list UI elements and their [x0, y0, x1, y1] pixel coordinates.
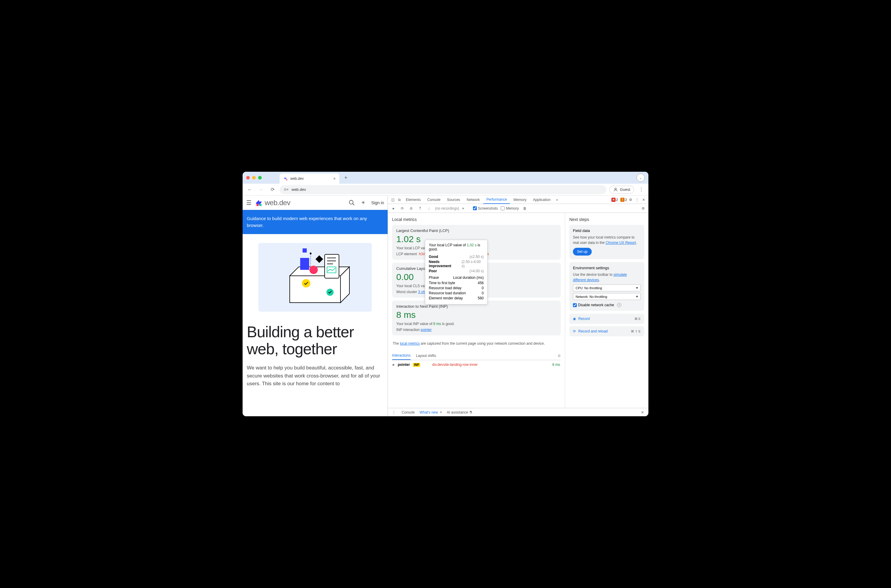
- gc-icon[interactable]: 🗑: [522, 206, 528, 212]
- record-action[interactable]: ◉ Record ⌘ E: [569, 314, 644, 324]
- window-titlebar: web.dev × + ⌄: [243, 172, 648, 184]
- url-text: web.dev: [291, 187, 306, 192]
- tab-application[interactable]: Application: [530, 196, 553, 204]
- favicon-icon: [283, 176, 288, 181]
- tab-memory[interactable]: Memory: [511, 196, 529, 204]
- record-icon[interactable]: ●: [390, 206, 396, 212]
- tab-sources[interactable]: Sources: [444, 196, 463, 204]
- back-button[interactable]: ←: [246, 186, 254, 194]
- more-tabs-icon[interactable]: »: [554, 197, 560, 203]
- minimize-window-button[interactable]: [252, 176, 256, 180]
- svg-point-11: [310, 252, 311, 254]
- drawer-whatsnew[interactable]: What's new: [419, 410, 438, 414]
- inspect-icon[interactable]: ◫: [390, 197, 396, 203]
- banner-text: Guidance to build modern web experiences…: [243, 210, 388, 234]
- webdev-logo-icon: [255, 199, 263, 207]
- site-info-icon[interactable]: ⊙≡: [283, 187, 289, 193]
- clear-icon[interactable]: ⊘: [408, 206, 414, 212]
- devtools-menu-icon[interactable]: ⋮: [634, 197, 640, 203]
- close-window-button[interactable]: [246, 176, 250, 180]
- forward-button[interactable]: →: [257, 186, 265, 194]
- settings-icon[interactable]: ⚙: [628, 197, 634, 203]
- sub-tab-interactions[interactable]: Interactions: [392, 351, 410, 360]
- tab-elements[interactable]: Elements: [403, 196, 424, 204]
- help-icon[interactable]: ?: [617, 303, 621, 307]
- person-icon: [613, 187, 618, 192]
- cpu-throttle-select[interactable]: CPU: No throttling▾: [573, 285, 641, 291]
- url-input[interactable]: ⊙≡ web.dev: [279, 185, 606, 194]
- svg-point-4: [349, 200, 353, 204]
- dropdown-icon[interactable]: ▾: [462, 206, 464, 210]
- sub-tab-layout-shifts[interactable]: Layout shifts: [416, 352, 436, 360]
- crux-link[interactable]: Chrome UX Report: [606, 241, 636, 245]
- search-icon[interactable]: [349, 200, 355, 206]
- address-bar: ← → ⟳ ⊙≡ web.dev Guest ⋮: [243, 184, 648, 196]
- new-tab-button[interactable]: +: [342, 175, 350, 181]
- drawer-close-icon[interactable]: ✕: [639, 410, 645, 416]
- svg-rect-9: [300, 258, 309, 270]
- hero-subtitle: We want to help you build beautiful, acc…: [243, 360, 388, 391]
- svg-point-20: [302, 279, 310, 288]
- reload-record-icon[interactable]: ⟳: [399, 206, 405, 212]
- svg-point-3: [256, 204, 259, 206]
- browser-tab[interactable]: web.dev ×: [279, 174, 339, 184]
- svg-rect-10: [303, 248, 307, 252]
- drawer-ai[interactable]: AI assistance ⚗: [447, 410, 472, 414]
- recordings-dropdown[interactable]: (no recordings): [435, 206, 459, 210]
- svg-point-2: [259, 204, 262, 206]
- metrics-note: The local metrics are captured from the …: [392, 338, 561, 349]
- perf-settings-icon[interactable]: ⚙: [640, 206, 646, 212]
- device-toolbar-icon[interactable]: ⧉: [396, 197, 402, 203]
- record-dot-icon: ◉: [573, 316, 576, 321]
- hamburger-icon[interactable]: ☰: [246, 199, 252, 206]
- memory-checkbox[interactable]: Memory: [501, 206, 518, 210]
- maximize-window-button[interactable]: [258, 176, 262, 180]
- tab-network[interactable]: Network: [464, 196, 483, 204]
- profile-chip[interactable]: Guest: [609, 186, 634, 194]
- svg-point-14: [310, 266, 318, 274]
- expand-icon[interactable]: ▶: [393, 363, 395, 366]
- tab-performance[interactable]: Performance: [484, 196, 510, 204]
- disable-cache-checkbox[interactable]: Disable network cache?: [573, 303, 641, 307]
- inp-card: Interaction to Next Paint (INP) 8 ms You…: [392, 300, 561, 336]
- reload-button[interactable]: ⟳: [268, 186, 276, 194]
- tabs-dropdown-button[interactable]: ⌄: [637, 174, 645, 182]
- close-whatsnew-icon[interactable]: ×: [440, 410, 442, 414]
- lcp-tooltip: Your local LCP value of 1.02 s is good. …: [425, 240, 488, 304]
- svg-point-0: [286, 179, 287, 180]
- next-steps-title: Next steps: [569, 217, 644, 222]
- close-tab-icon[interactable]: ×: [333, 176, 336, 181]
- network-throttle-select[interactable]: Network: No throttling▾: [573, 293, 641, 300]
- inp-value: 8 ms: [396, 310, 556, 320]
- error-badge[interactable]: ✕2: [612, 198, 618, 202]
- hero-illustration: [243, 234, 388, 321]
- local-metrics-title: Local metrics: [392, 217, 561, 222]
- warning-badge[interactable]: !2: [621, 198, 627, 202]
- site-logo[interactable]: web.dev: [255, 199, 290, 207]
- download-icon[interactable]: ⤓: [426, 206, 432, 212]
- hero-title: Building a better web, together: [243, 321, 388, 360]
- signin-link[interactable]: Sign in: [371, 200, 384, 205]
- inp-interaction-link[interactable]: pointer: [421, 328, 432, 332]
- env-settings-card: Environment settings Use the device tool…: [569, 262, 644, 311]
- devtools-panel: ◫ ⧉ Elements Console Sources Network Per…: [388, 196, 648, 416]
- screenshots-checkbox[interactable]: Screenshots: [473, 206, 498, 210]
- svg-marker-7: [290, 267, 349, 276]
- svg-point-1: [615, 188, 616, 189]
- local-metrics-link[interactable]: local metrics: [400, 341, 420, 346]
- browser-menu-icon[interactable]: ⋮: [637, 186, 645, 194]
- drawer-console[interactable]: Console: [402, 410, 415, 414]
- setup-button[interactable]: Set up: [573, 248, 592, 255]
- interaction-row[interactable]: ▶ pointer INP div.devsite-landing-row-in…: [392, 360, 561, 369]
- svg-rect-6: [290, 276, 341, 303]
- theme-toggle-icon[interactable]: ☀: [360, 200, 367, 206]
- upload-icon[interactable]: ⤒: [417, 206, 423, 212]
- devtools-close-icon[interactable]: ✕: [641, 197, 647, 203]
- page-content: ☰ web.dev ☀ Sign in Guidance to build mo…: [243, 196, 388, 416]
- field-data-card: Field data See how your local metrics co…: [569, 225, 644, 259]
- drawer-menu-icon[interactable]: ⋮: [391, 410, 397, 416]
- clear-interactions-icon[interactable]: ⊘: [558, 354, 561, 358]
- tab-console[interactable]: Console: [424, 196, 443, 204]
- record-reload-action[interactable]: ⟳ Record and reload ⌘ ⇧ E: [569, 326, 644, 336]
- tab-title: web.dev: [290, 177, 304, 181]
